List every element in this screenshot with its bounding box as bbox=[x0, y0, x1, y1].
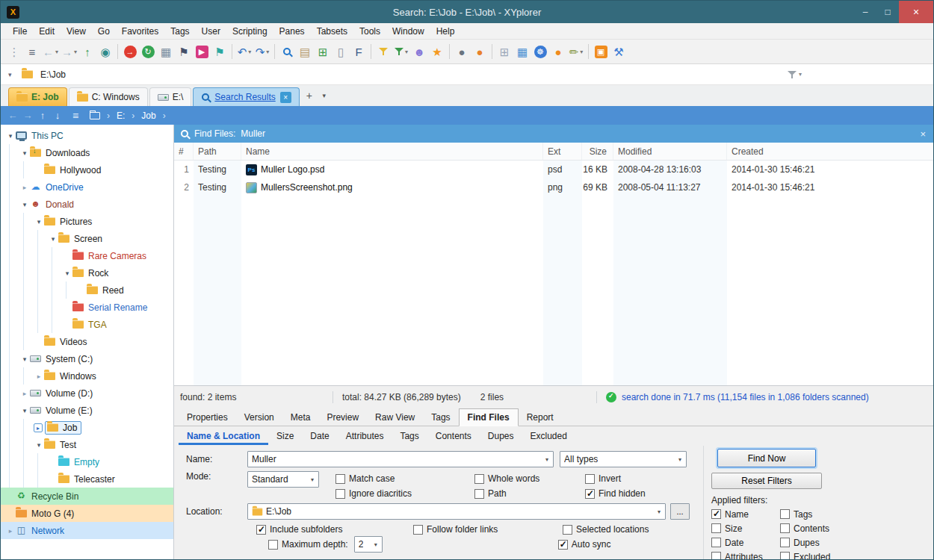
applied-filter-attributes[interactable]: Attributes bbox=[711, 552, 780, 560]
info-tab-raw-view[interactable]: Raw View bbox=[367, 409, 423, 426]
close-button[interactable]: × bbox=[899, 1, 933, 23]
search-icon[interactable] bbox=[278, 42, 296, 61]
tree-item-onedrive[interactable]: ▸☁OneDrive bbox=[1, 178, 173, 196]
nav-forward-icon[interactable]: → bbox=[20, 110, 35, 121]
color-drop-icon[interactable]: ● bbox=[549, 42, 567, 61]
expand-icon[interactable]: ▾ bbox=[34, 441, 44, 449]
nav-back-icon[interactable]: ← bbox=[5, 110, 20, 121]
dropdown-icon[interactable]: ▾ bbox=[248, 49, 251, 55]
expand-icon[interactable]: ▾ bbox=[48, 235, 58, 243]
filter-icon[interactable] bbox=[374, 42, 392, 61]
font-icon[interactable]: F bbox=[350, 42, 368, 61]
move-to-icon[interactable]: ▶ bbox=[193, 42, 211, 61]
dropdown-icon[interactable]: ▾ bbox=[266, 49, 269, 55]
nav-down-icon[interactable]: ↓ bbox=[50, 110, 65, 121]
expand-icon[interactable]: ▾ bbox=[19, 201, 30, 208]
maximum-depth-checkbox[interactable]: Maximum depth: bbox=[268, 539, 348, 550]
tree-item-volume-e[interactable]: ▾Volume (E:) bbox=[1, 402, 173, 419]
menu-panes[interactable]: Panes bbox=[273, 24, 311, 39]
tree-item-donald[interactable]: ▾☻Donald bbox=[1, 196, 173, 213]
tree-item-tga[interactable]: TGA bbox=[1, 316, 173, 333]
name-input[interactable]: Muller ▾ bbox=[247, 451, 554, 467]
applied-filter-size[interactable]: Size bbox=[711, 523, 780, 534]
location-input[interactable]: E:\Job ▾ bbox=[247, 503, 666, 520]
breadcrumb-drive[interactable]: E: bbox=[113, 111, 129, 121]
info-tab-find-files[interactable]: Find Files bbox=[459, 408, 519, 426]
find-tab-contents[interactable]: Contents bbox=[427, 427, 480, 445]
info-tab-version[interactable]: Version bbox=[236, 409, 282, 426]
tree-item-rare-cameras[interactable]: Rare Cameras bbox=[1, 247, 173, 264]
tree-item-empty[interactable]: Empty bbox=[1, 453, 173, 470]
column-header-modified[interactable]: Modified bbox=[613, 143, 727, 160]
tree-item-volume-d[interactable]: ▸Volume (D:) bbox=[1, 385, 173, 402]
dropdown-icon[interactable]: ▾ bbox=[55, 49, 58, 55]
live-filter[interactable]: ▾ bbox=[788, 70, 802, 79]
match-case-checkbox[interactable]: Match case bbox=[335, 473, 474, 484]
tree-item-test[interactable]: ▾Test bbox=[1, 436, 173, 453]
menu-user[interactable]: User bbox=[196, 24, 226, 39]
applied-filter-contents[interactable]: Contents bbox=[780, 523, 870, 534]
lock-icon[interactable]: ▯ bbox=[332, 42, 350, 61]
copy-to-icon[interactable]: ⚑ bbox=[211, 42, 229, 61]
wheel-icon[interactable]: ☸ bbox=[531, 42, 549, 61]
column-header-size[interactable]: Size bbox=[582, 143, 613, 160]
maximize-button[interactable]: □ bbox=[876, 1, 899, 23]
file-type-select[interactable]: All types ▾ bbox=[560, 451, 687, 467]
applied-filter-dupes[interactable]: Dupes bbox=[780, 538, 870, 548]
info-tab-report[interactable]: Report bbox=[519, 409, 562, 426]
column-header-num[interactable]: # bbox=[174, 143, 194, 160]
applied-filter-tags[interactable]: Tags bbox=[780, 509, 870, 520]
expand-icon[interactable]: ▾ bbox=[62, 270, 72, 277]
up-icon[interactable]: ↑ bbox=[78, 42, 96, 61]
menu-file[interactable]: File bbox=[7, 24, 33, 39]
expand-icon[interactable]: ▾ bbox=[19, 407, 30, 414]
whole-words-checkbox[interactable]: Whole words bbox=[474, 473, 585, 484]
tab-e-job[interactable]: E: Job bbox=[8, 87, 67, 106]
tree-item-downloads[interactable]: ▾Downloads bbox=[1, 144, 173, 161]
tree-item-reed[interactable]: Reed bbox=[1, 281, 173, 299]
undo-icon[interactable]: ↶▾ bbox=[235, 42, 253, 61]
follow-folder-links-checkbox[interactable]: Follow folder links bbox=[413, 524, 563, 535]
menu-toggle-icon[interactable]: ≡ bbox=[23, 42, 41, 61]
breadcrumb-folder[interactable]: Job bbox=[137, 111, 159, 121]
selected-locations-checkbox[interactable]: Selected locations bbox=[563, 524, 649, 535]
result-row[interactable]: 1TestingPsMuller Logo.psdpsd16 KB2008-04… bbox=[174, 161, 933, 178]
dropdown-icon[interactable]: ▾ bbox=[306, 476, 318, 483]
favorites-star-icon[interactable]: ★ bbox=[428, 42, 446, 61]
menu-window[interactable]: Window bbox=[386, 24, 430, 39]
info-tab-meta[interactable]: Meta bbox=[282, 409, 319, 426]
invert-checkbox[interactable]: Invert bbox=[585, 473, 646, 484]
tree-item-this-pc[interactable]: ▾This PC bbox=[1, 127, 173, 144]
applied-filter-name[interactable]: Name bbox=[711, 509, 780, 520]
find-hidden-checkbox[interactable]: Find hidden bbox=[585, 488, 646, 499]
reset-filters-button[interactable]: Reset Filters bbox=[711, 473, 822, 489]
back-icon[interactable]: ←▾ bbox=[41, 42, 60, 61]
tab-close-icon[interactable]: × bbox=[280, 92, 291, 103]
dropdown-icon[interactable]: ▾ bbox=[405, 49, 408, 55]
close-search-icon[interactable]: × bbox=[920, 128, 926, 140]
dropdown-icon[interactable]: ▾ bbox=[541, 456, 553, 463]
dropdown-icon[interactable]: ▾ bbox=[370, 541, 382, 548]
addressbar[interactable]: ▾ E:\Job ▾ bbox=[1, 64, 933, 85]
column-header-name[interactable]: Name bbox=[241, 143, 543, 160]
menu-favorites[interactable]: Favorites bbox=[116, 24, 164, 39]
ghost-icon[interactable]: ☻ bbox=[410, 42, 428, 61]
info-tab-preview[interactable]: Preview bbox=[318, 409, 367, 426]
find-tab-date[interactable]: Date bbox=[302, 427, 337, 445]
tab-list-dropdown-icon[interactable]: ▾ bbox=[318, 92, 331, 99]
mode-select[interactable]: Standard ▾ bbox=[247, 471, 319, 488]
menu-edit[interactable]: Edit bbox=[33, 24, 61, 39]
menu-tabsets[interactable]: Tabsets bbox=[311, 24, 353, 39]
tree-item-pictures[interactable]: ▾Pictures bbox=[1, 213, 173, 230]
address-dropdown-icon[interactable]: ▾ bbox=[8, 71, 22, 78]
menu-tools[interactable]: Tools bbox=[353, 24, 386, 39]
find-tab-attributes[interactable]: Attributes bbox=[338, 427, 392, 445]
hotlist-icon[interactable]: → bbox=[121, 42, 139, 61]
package-icon[interactable]: ▦ bbox=[157, 42, 175, 61]
tree-item-network[interactable]: ▸◫Network bbox=[1, 522, 173, 539]
basketball-icon[interactable]: ● bbox=[471, 42, 489, 61]
max-depth-select[interactable]: 2 ▾ bbox=[354, 536, 383, 553]
minimize-button[interactable]: – bbox=[854, 1, 876, 23]
new-tab-button[interactable]: + bbox=[301, 90, 318, 102]
ignore-diacritics-checkbox[interactable]: Ignore diacritics bbox=[335, 488, 474, 499]
